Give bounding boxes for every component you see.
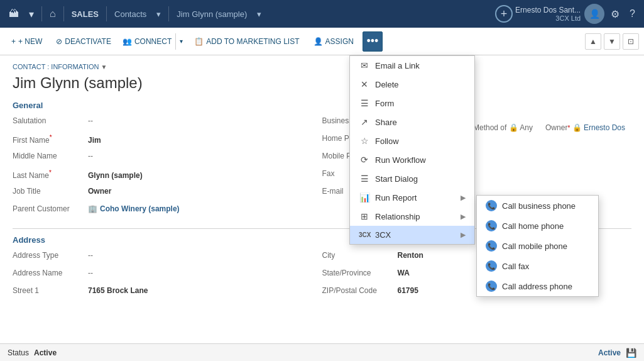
3cx-icon: 3CX: [359, 231, 370, 238]
avatar[interactable]: 👤: [584, 4, 604, 24]
zip-value: 61795: [398, 286, 418, 295]
workflow-icon: ⟳: [359, 155, 370, 165]
menu-item-relationship[interactable]: ⊞ Relationship ▶: [350, 207, 474, 226]
contacts-dropdown-button[interactable]: ▾: [153, 7, 165, 21]
connect-label: CONNECT: [134, 37, 172, 46]
menu-item-run-workflow[interactable]: ⟳ Run Workflow: [350, 150, 474, 169]
salutation-value: --: [88, 116, 93, 125]
state-label: State/Province: [322, 269, 398, 277]
email-link-label: Email a Link: [375, 61, 420, 70]
menu-item-share[interactable]: ↗ Share: [350, 113, 474, 131]
breadcrumb-contact[interactable]: CONTACT: [13, 63, 45, 70]
menu-item-start-dialog[interactable]: ☰ Start Dialog: [350, 169, 474, 188]
status-value: Active: [34, 348, 57, 357]
user-name: Ernesto Dos Sant...: [515, 6, 581, 14]
city-value: Renton: [398, 251, 423, 260]
deactivate-label: DEACTIVATE: [65, 37, 111, 46]
run-report-arrow: ▶: [461, 194, 466, 202]
form-label: Form: [375, 99, 394, 108]
assign-label: ASSIGN: [325, 37, 354, 46]
deactivate-button[interactable]: ⊘ DEACTIVATE: [50, 33, 115, 50]
start-dialog-label: Start Dialog: [375, 174, 418, 184]
deactivate-split-button: ⊘ DEACTIVATE: [50, 33, 115, 50]
field-salutation: Salutation --: [13, 116, 322, 130]
field-address-name: Address Name --: [13, 269, 322, 282]
submenu-call-business[interactable]: 📞 Call business phone: [477, 196, 598, 216]
breadcrumb: CONTACT : INFORMATION ▼: [13, 63, 631, 70]
nav-up-button[interactable]: ▲: [585, 33, 601, 50]
new-icon: +: [11, 37, 16, 46]
street1-label: Street 1: [13, 286, 88, 295]
owner-block: Owner* 🔒 Ernesto Dos: [545, 123, 625, 132]
jobtitle-label: Job Title: [13, 187, 88, 196]
address-col-left: Address Type -- Address Name -- Street 1…: [13, 251, 322, 304]
menu-item-follow[interactable]: ☆ Follow: [350, 131, 474, 150]
connect-dropdown-button[interactable]: ▾: [175, 33, 187, 50]
menu-item-delete[interactable]: ✕ Delete: [350, 75, 474, 94]
submenu-call-fax[interactable]: 📞 Call fax: [477, 256, 598, 276]
save-icon[interactable]: 💾: [626, 348, 636, 358]
share-icon: ↗: [359, 117, 370, 127]
call-mobile-label: Call mobile phone: [502, 242, 567, 251]
nav-right: + Ernesto Dos Sant... 3CX Ltd 👤 ⚙ ?: [495, 4, 639, 24]
add-marketing-label: ADD TO MARKETING LIST: [206, 37, 299, 46]
parentcustomer-label: Parent Customer: [13, 204, 88, 213]
submenu-call-mobile[interactable]: 📞 Call mobile phone: [477, 236, 598, 256]
more-icon: •••: [366, 35, 378, 48]
phone-address-icon: 📞: [486, 280, 497, 292]
contact-name: Jim Glynn (sample): [13, 74, 631, 92]
call-home-label: Call home phone: [502, 221, 564, 231]
nav-separator-1: [41, 6, 42, 21]
sales-nav-item[interactable]: SALES: [68, 7, 102, 21]
settings-button[interactable]: ⚙: [607, 6, 623, 23]
middlename-value: --: [88, 152, 93, 160]
submenu-3cx: 📞 Call business phone 📞 Call home phone …: [476, 195, 599, 297]
assign-button[interactable]: 👤 ASSIGN: [307, 33, 360, 50]
submenu-call-home[interactable]: 📞 Call home phone: [477, 216, 598, 236]
nav-down-button[interactable]: ▼: [604, 33, 620, 50]
menu-item-email-link[interactable]: ✉ Email a Link: [350, 56, 474, 75]
menu-item-3cx[interactable]: 3CX 3CX ▶: [350, 226, 474, 244]
lastname-value: Glynn (sample): [88, 171, 143, 180]
state-value: WA: [398, 269, 410, 277]
owner-value[interactable]: Ernesto Dos: [584, 123, 625, 132]
relationship-arrow: ▶: [461, 213, 466, 221]
app-icon-button[interactable]: 🏔: [5, 6, 23, 22]
breadcrumb-caret[interactable]: ▼: [101, 64, 107, 70]
add-button[interactable]: +: [495, 5, 513, 23]
add-marketing-button[interactable]: 📋 ADD TO MARKETING LIST: [188, 33, 305, 50]
address-name-value: --: [88, 269, 93, 277]
field-firstname: First Name* Jim: [13, 134, 322, 148]
dropdown-menu: ✉ Email a Link ✕ Delete ☰ Form ↗ Share ☆…: [349, 55, 475, 245]
new-button[interactable]: + + NEW: [5, 33, 48, 50]
user-company: 3CX Ltd: [515, 14, 581, 22]
parentcustomer-value[interactable]: 🏢 Coho Winery (sample): [88, 204, 180, 213]
connect-split-button: 👥 CONNECT ▾: [116, 33, 187, 50]
top-navigation: 🏔 ▾ ⌂ SALES Contacts ▾ Jim Glynn (sample…: [0, 0, 644, 28]
footer-status-label: Active: [598, 348, 621, 357]
more-button[interactable]: •••: [363, 31, 383, 52]
help-button[interactable]: ?: [626, 6, 639, 22]
record-dropdown-button[interactable]: ▾: [253, 7, 265, 21]
lastname-label: Last Name*: [13, 169, 88, 180]
phone-fax-icon: 📞: [486, 260, 497, 272]
menu-item-run-report[interactable]: 📊 Run Report ▶: [350, 188, 474, 207]
pref-lock-icon: 🔒: [509, 123, 518, 132]
submenu-call-address[interactable]: 📞 Call address phone: [477, 276, 598, 296]
field-jobtitle: Job Title Owner: [13, 187, 322, 201]
field-street1: Street 1 7165 Brock Lane: [13, 286, 322, 300]
menu-item-form[interactable]: ☰ Form: [350, 94, 474, 113]
nav-collapse-button[interactable]: ⊡: [623, 33, 639, 50]
preferred-method-value: Any: [520, 123, 533, 132]
firstname-label: First Name*: [13, 134, 88, 145]
phone-mobile-icon: 📞: [486, 240, 497, 252]
contacts-nav-item[interactable]: Contacts: [111, 7, 150, 21]
street1-value: 7165 Brock Lane: [88, 286, 148, 295]
app-dropdown-button[interactable]: ▾: [25, 6, 38, 23]
connect-button[interactable]: 👥 CONNECT: [116, 33, 175, 50]
home-button[interactable]: ⌂: [46, 6, 60, 22]
record-nav-item[interactable]: Jim Glynn (sample): [173, 7, 251, 21]
form-icon: ☰: [359, 98, 370, 108]
user-info[interactable]: Ernesto Dos Sant... 3CX Ltd 👤: [515, 4, 604, 24]
breadcrumb-info[interactable]: INFORMATION: [51, 63, 99, 70]
